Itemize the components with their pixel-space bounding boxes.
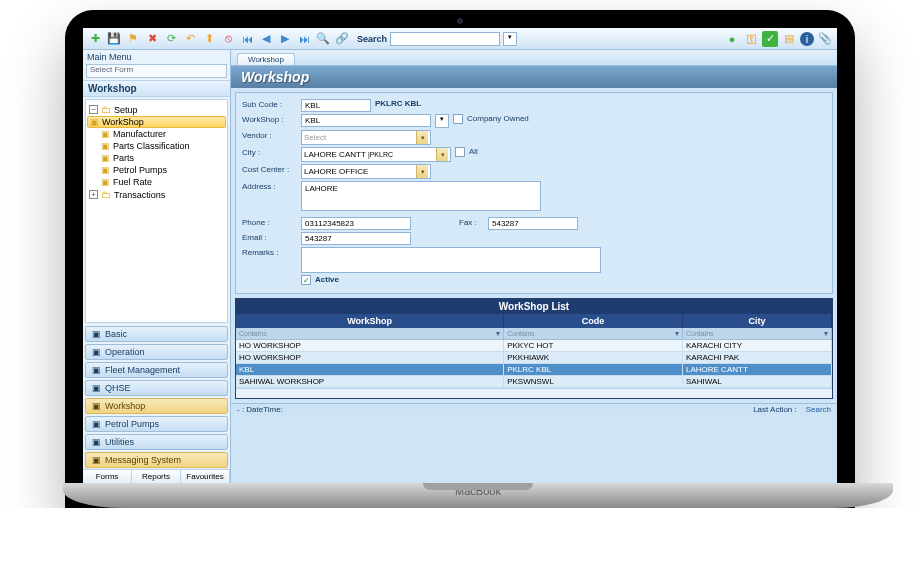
tree-node-fuelrate[interactable]: ▣ Fuel Rate <box>89 176 224 188</box>
company-owned-label: Company Owned <box>467 114 529 123</box>
city-label: City : <box>242 147 297 157</box>
address-input[interactable]: LAHORE <box>301 181 541 211</box>
page-icon: ▣ <box>101 165 110 175</box>
tree-node-petrolpumps[interactable]: ▣ Petrol Pumps <box>89 164 224 176</box>
search-dropdown[interactable]: ▾ <box>503 32 517 46</box>
table-row[interactable]: HO WORKSHOPPKKYC HOTKARACHI CITY <box>236 340 832 352</box>
stack-utilities[interactable]: ▣Utilities <box>85 434 228 450</box>
collapse-icon[interactable]: − <box>89 105 98 114</box>
address-label: Address : <box>242 181 297 191</box>
tree-node-manufacturer[interactable]: ▣ Manufacturer <box>89 128 224 140</box>
all-checkbox[interactable] <box>455 147 465 157</box>
workshop-dd[interactable]: ▾ <box>435 114 449 128</box>
tab-forms[interactable]: Forms <box>83 470 132 483</box>
tree-node-setup[interactable]: − 🗀 Setup <box>89 103 224 116</box>
email-label: Email : <box>242 232 297 242</box>
col-workshop[interactable]: WorkShop <box>236 314 504 328</box>
stack-petrol[interactable]: ▣Petrol Pumps <box>85 416 228 432</box>
filter-icon[interactable]: ▾ <box>675 329 679 338</box>
workshop-label: WorkShop : <box>242 114 297 124</box>
status-bar: - : DateTime: Last Action : Search <box>231 403 837 415</box>
select-form-dropdown[interactable]: Select Form <box>86 64 227 78</box>
info-icon[interactable]: i <box>800 32 814 46</box>
page-title: Workshop <box>231 66 837 88</box>
key-icon[interactable]: ⚿ <box>743 31 759 47</box>
check-icon[interactable]: ✓ <box>762 31 778 47</box>
filter-icon[interactable]: ▾ <box>496 329 500 338</box>
email-input[interactable] <box>301 232 411 245</box>
costcenter-label: Cost Center : <box>242 164 297 174</box>
list-title: WorkShop List <box>236 299 832 314</box>
col-city[interactable]: City <box>683 314 832 328</box>
horizontal-scrollbar[interactable] <box>236 388 832 398</box>
tree-node-partsclass[interactable]: ▣ Parts Classification <box>89 140 224 152</box>
page-icon: ▣ <box>101 129 110 139</box>
module-title: Workshop <box>83 80 230 97</box>
filter-code[interactable]: Contains▾ <box>504 328 683 339</box>
stack-qhse[interactable]: ▣QHSE <box>85 380 228 396</box>
filter-city[interactable]: Contains▾ <box>683 328 832 339</box>
next-icon[interactable]: ▶ <box>277 31 293 47</box>
undo-icon[interactable]: ↶ <box>182 31 198 47</box>
table-row[interactable]: SAHIWAL WORKSHOPPKSWNSWLSAHIWAL <box>236 376 832 388</box>
new-icon[interactable]: ✚ <box>87 31 103 47</box>
link-icon[interactable]: 🔗 <box>334 31 350 47</box>
last-icon[interactable]: ⏭ <box>296 31 312 47</box>
remarks-input[interactable] <box>301 247 601 273</box>
active-label: Active <box>315 275 339 284</box>
city-select[interactable]: LAHORE CANTT |PKLRC▾ <box>301 147 451 162</box>
datetime-label: - : DateTime: <box>237 405 283 414</box>
tab-favourites[interactable]: Favourites <box>181 470 230 483</box>
attach-icon[interactable]: 📎 <box>817 31 833 47</box>
stack-workshop[interactable]: ▣Workshop <box>85 398 228 414</box>
subcode-label: Sub Code : <box>242 99 297 109</box>
cancel-icon[interactable]: ⦸ <box>220 31 236 47</box>
vendor-label: Vendor : <box>242 130 297 140</box>
expand-icon[interactable]: + <box>89 190 98 199</box>
subcode-display: PKLRC KBL <box>375 99 421 108</box>
workshop-input[interactable] <box>301 114 431 127</box>
tree-node-workshop[interactable]: ▣ WorkShop <box>87 116 226 128</box>
up-icon[interactable]: ⬆ <box>201 31 217 47</box>
refresh-icon[interactable]: ⟳ <box>163 31 179 47</box>
subcode-input[interactable] <box>301 99 371 112</box>
remarks-label: Remarks : <box>242 247 297 257</box>
company-owned-checkbox[interactable] <box>453 114 463 124</box>
flag-icon[interactable]: ⚑ <box>125 31 141 47</box>
prev-icon[interactable]: ◀ <box>258 31 274 47</box>
stack-basic[interactable]: ▣Basic <box>85 326 228 342</box>
page-icon: ▣ <box>90 117 99 127</box>
sidebar: Main Menu Select Form Workshop − 🗀 Setup… <box>83 50 231 483</box>
first-icon[interactable]: ⏮ <box>239 31 255 47</box>
footer-search[interactable]: Search <box>806 405 831 414</box>
main-menu-label: Main Menu <box>83 50 230 64</box>
fax-input[interactable] <box>488 217 578 230</box>
active-checkbox[interactable]: ✓ <box>301 275 311 285</box>
costcenter-select[interactable]: LAHORE OFFICE▾ <box>301 164 431 179</box>
tab-workshop[interactable]: Workshop <box>237 53 295 65</box>
vendor-select[interactable]: Select▾ <box>301 130 431 145</box>
tree-node-transactions[interactable]: + 🗀 Transactions <box>89 188 224 201</box>
folder-icon: 🗀 <box>101 104 111 115</box>
save-icon[interactable]: 💾 <box>106 31 122 47</box>
col-code[interactable]: Code <box>504 314 683 328</box>
stack-fleet[interactable]: ▣Fleet Management <box>85 362 228 378</box>
table-row[interactable]: KBLPKLRC KBLLAHORE CANTT <box>236 364 832 376</box>
phone-input[interactable] <box>301 217 411 230</box>
stack-messaging[interactable]: ▣Messaging System <box>85 452 228 468</box>
stack-operation[interactable]: ▣Operation <box>85 344 228 360</box>
tab-reports[interactable]: Reports <box>132 470 181 483</box>
filter-workshop[interactable]: Contains▾ <box>236 328 504 339</box>
table-row[interactable]: HO WORKSHOPPKKHIAWKKARACHI PAK <box>236 352 832 364</box>
zoom-icon[interactable]: 🔍 <box>315 31 331 47</box>
filter-icon[interactable]: ▾ <box>824 329 828 338</box>
phone-label: Phone : <box>242 217 297 227</box>
document-icon[interactable]: ▤ <box>781 31 797 47</box>
go-icon[interactable]: ● <box>724 31 740 47</box>
workshop-list: WorkShop List WorkShop Code City Contain… <box>235 298 833 399</box>
tree-node-parts[interactable]: ▣ Parts <box>89 152 224 164</box>
search-input[interactable] <box>390 32 500 46</box>
all-label: All <box>469 147 478 156</box>
delete-icon[interactable]: ✖ <box>144 31 160 47</box>
fax-label: Fax : <box>459 217 484 227</box>
